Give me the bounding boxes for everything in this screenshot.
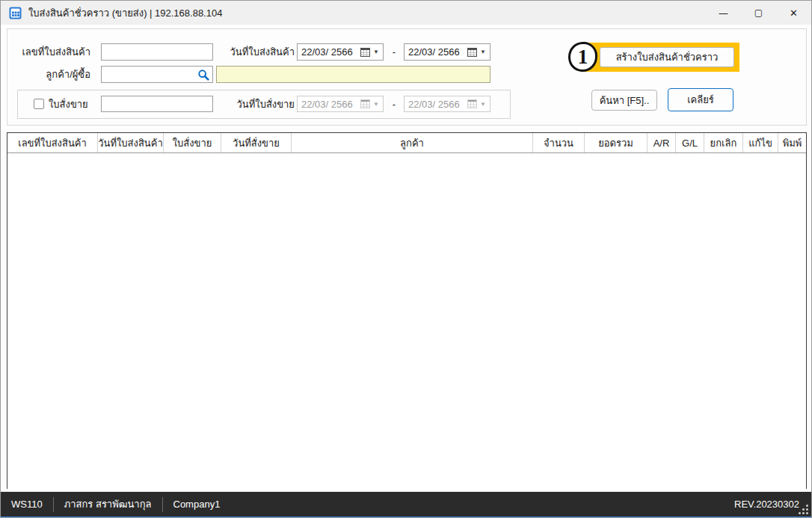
table-header-row: เลขที่ใบส่งสินค้า วันที่ใบส่งสินค้า ใบสั… — [7, 133, 806, 153]
column-header-ar[interactable]: A/R — [648, 133, 676, 152]
delivery-date-label: วันที่ใบส่งสินค้า — [218, 43, 295, 61]
table-body-empty — [7, 153, 806, 489]
sales-order-checkbox[interactable] — [34, 99, 44, 109]
column-header-total[interactable]: ยอดรวม — [585, 133, 648, 152]
calendar-icon — [467, 48, 477, 57]
chevron-down-icon[interactable]: ▼ — [480, 49, 486, 55]
chevron-down-icon[interactable]: ▼ — [373, 49, 379, 55]
delivery-date-from-picker[interactable]: 22/03/ 2566 ▼ — [297, 43, 384, 61]
column-header-quantity[interactable]: จำนวน — [533, 133, 585, 152]
date-range-separator: - — [387, 43, 402, 61]
status-bar: WS110 ภาสกร สราพัฒนากุล Company1 REV.202… — [1, 492, 811, 517]
calendar-icon — [467, 99, 477, 108]
date-range-separator: - — [387, 96, 402, 113]
status-company: Company1 — [163, 499, 231, 510]
column-header-cancel[interactable]: ยกเลิก — [704, 133, 743, 152]
resize-grip[interactable] — [799, 505, 809, 515]
customer-code-input[interactable] — [101, 66, 213, 83]
column-header-order-date[interactable]: วันที่สั่งขาย — [221, 133, 292, 152]
delivery-no-label: เลขที่ใบส่งสินค้า — [16, 43, 90, 61]
sales-order-input[interactable] — [101, 96, 213, 112]
app-grid-icon — [9, 7, 22, 19]
search-icon[interactable] — [197, 69, 209, 81]
column-header-delivery-no[interactable]: เลขที่ใบส่งสินค้า — [7, 133, 98, 152]
close-button[interactable]: ✕ — [776, 1, 811, 25]
sales-order-date-from-picker: 22/03/ 2566 ▼ — [297, 96, 384, 112]
sales-order-label: ใบสั่งขาย — [49, 96, 93, 113]
column-header-delivery-date[interactable]: วันที่ใบส่งสินค้า — [98, 133, 164, 152]
delivery-date-to-picker[interactable]: 22/03/ 2566 ▼ — [404, 43, 490, 61]
column-header-customer[interactable]: ลูกค้า — [292, 133, 533, 152]
customer-label: ลูกค้า/ผู้ซื้อ — [16, 66, 90, 83]
chevron-down-icon: ▼ — [373, 101, 379, 108]
delivery-date-from-value: 22/03/ 2566 — [301, 46, 360, 58]
window-controls: — ▢ ✕ — [706, 1, 811, 25]
column-header-print[interactable]: พิมพ์ — [778, 133, 806, 152]
delivery-date-to-value: 22/03/ 2566 — [408, 46, 467, 58]
sales-order-date-label: วันที่ใบสั่งขาย — [218, 96, 295, 113]
app-window: ใบส่งสินค้าชั่วคราว (ขายส่ง) | 192.168.8… — [0, 0, 812, 518]
delivery-no-input[interactable] — [101, 43, 213, 61]
annotation-step-1: 1 — [568, 42, 597, 72]
maximize-button[interactable]: ▢ — [741, 1, 776, 25]
calendar-icon — [360, 48, 370, 57]
chevron-down-icon: ▼ — [480, 101, 486, 108]
sales-order-date-to-value: 22/03/ 2566 — [408, 99, 467, 110]
column-header-sales-order[interactable]: ใบสั่งขาย — [164, 133, 221, 152]
sales-order-date-from-value: 22/03/ 2566 — [301, 99, 360, 110]
search-f5-button[interactable]: ค้นหา [F5].. — [591, 90, 657, 111]
column-header-gl[interactable]: G/L — [676, 133, 704, 152]
customer-name-display — [216, 66, 490, 83]
column-header-edit[interactable]: แก้ไข — [743, 133, 778, 152]
customer-search-field — [101, 66, 213, 83]
status-user: ภาสกร สราพัฒนากุล — [54, 496, 162, 512]
results-table: เลขที่ใบส่งสินค้า วันที่ใบส่งสินค้า ใบสั… — [7, 132, 807, 489]
sales-order-date-to-picker: 22/03/ 2566 ▼ — [404, 96, 490, 112]
window-title: ใบส่งสินค้าชั่วคราว (ขายส่ง) | 192.168.8… — [28, 5, 222, 21]
status-workstation: WS110 — [1, 499, 53, 510]
minimize-button[interactable]: — — [706, 1, 741, 25]
create-delivery-note-button[interactable]: สร้างใบส่งสินค้าชั่วคราว — [600, 47, 734, 67]
calendar-icon — [360, 99, 370, 108]
title-bar: ใบส่งสินค้าชั่วคราว (ขายส่ง) | 192.168.8… — [1, 1, 811, 25]
clear-button[interactable]: เคลียร์ — [668, 88, 733, 111]
